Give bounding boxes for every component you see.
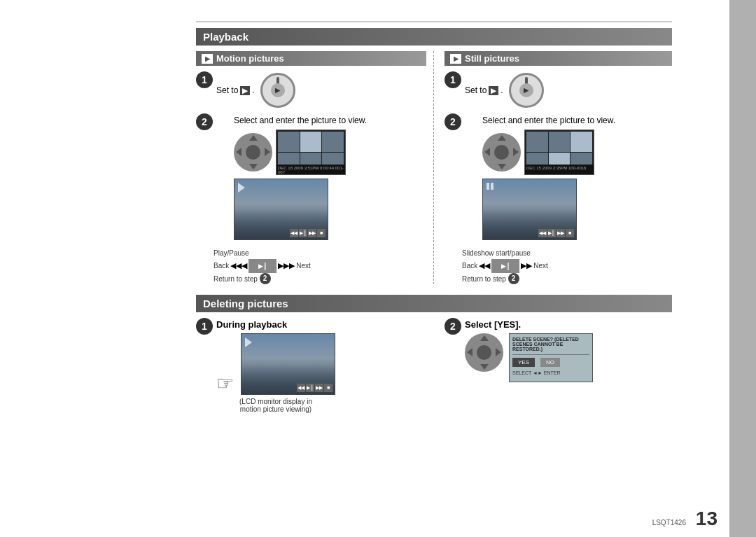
during-mini-btn-1: ◀◀ (297, 384, 305, 392)
still-play-pause-ctrl: ▶║ (501, 263, 510, 270)
delete-dpad-inner (477, 345, 491, 360)
motion-icon: ▶ (202, 54, 213, 64)
motion-thumbnail-screen: DEC 18 2009 3:51PM 0:00:44 001-007 (276, 130, 346, 175)
motion-pictures-col: ▶ Motion pictures 1 Set to ▶. ▶ (196, 51, 434, 284)
motion-step1-number: 1 (196, 71, 213, 88)
still-step1-number: 1 (444, 71, 461, 88)
dpad-inner (246, 145, 260, 160)
still-screens-row: DEC 15 2009 2:35PM 100-0016 (482, 130, 615, 175)
still-dpad-right (513, 148, 519, 156)
motion-dpad (234, 133, 272, 172)
still-return-label: Return to step 2 (462, 273, 672, 284)
delete-step1-visual: ☞ ◀◀ ▶║ ▶▶ ■ (216, 333, 335, 395)
still-mode-icon: ▶ (489, 86, 498, 95)
still-dpad-inner (494, 145, 509, 160)
delete-dialog: DELETE SCENE? (DELETEDSCENES CANNOT BE R… (509, 333, 593, 382)
hand-icon: ☞ (216, 372, 234, 395)
play-pause-label: Play/Pause (214, 249, 426, 257)
during-mini-controls: ◀◀ ▶║ ▶▶ ■ (297, 384, 332, 392)
still-step1: 1 Set to ▶. ▶ (444, 71, 672, 108)
still-next-arrow: ▶▶ (521, 261, 532, 270)
mini-btn-1: ◀◀ (290, 229, 298, 237)
delete-step2-col: 2 Select [YES]. (434, 318, 672, 419)
page-code: LSQT1426 (652, 519, 686, 526)
delete-step2-content: Select [YES]. DELETE SC (465, 318, 593, 382)
motion-step2: 2 Select and enter the picture to view. (196, 113, 426, 244)
dial-center: ▶ (271, 83, 285, 97)
pause-bar1 (486, 183, 489, 190)
deleting-section-header: Deleting pictures (196, 295, 672, 312)
page-number: 13 (696, 508, 718, 530)
still-return-step-num: 2 (508, 274, 519, 282)
playback-title: Playback (203, 31, 248, 43)
still-controls-label-row: Back ◀◀ ▶║ ▶▶ Next (462, 259, 672, 273)
playback-columns: ▶ Motion pictures 1 Set to ▶. ▶ (196, 51, 672, 284)
still-dial-symbol: ▶ (524, 87, 528, 94)
motion-step1: 1 Set to ▶. ▶ (196, 71, 426, 108)
top-divider (196, 21, 672, 22)
still-controls-section: Slideshow start/pause Back ◀◀ ▶║ ▶▶ Next… (462, 249, 672, 284)
slideshow-label: Slideshow start/pause (462, 249, 672, 257)
still-back-label: Back (462, 262, 477, 270)
delete-dpad-down (480, 364, 489, 370)
no-button[interactable]: NO (540, 358, 560, 367)
still-pictures-col: ▶ Still pictures 1 Set to ▶. ▶ (434, 51, 672, 284)
still-dial: ▶ (509, 73, 544, 108)
next-label: Next (296, 262, 311, 270)
still-step2-content: Select and enter the picture to view. (482, 113, 615, 244)
still-step1-text: Set to ▶. (465, 85, 503, 95)
main-content: Playback ▶ Motion pictures 1 Set to ▶. (189, 21, 728, 525)
still-ctrl-center-btn: ▶║ (491, 259, 519, 273)
dialog-buttons: YES NO (512, 358, 589, 367)
still-dpad-left (484, 148, 490, 156)
mini-btn-2: ▶║ (299, 229, 307, 237)
delete-dpad-right (496, 348, 501, 356)
motion-controls-section: Play/Pause Back ◀◀◀ ▶║ ▶▶▶ Next Return t… (214, 249, 426, 284)
motion-screens-row: DEC 18 2009 3:51PM 0:00:44 001-007 (234, 130, 367, 175)
still-dpad-down (498, 164, 506, 169)
screen-cell-2 (300, 132, 322, 152)
delete-dpad (465, 333, 503, 372)
motion-return-step-num: 2 (260, 274, 271, 282)
delete-step2-visual: DELETE SCENE? (DELETEDSCENES CANNOT BE R… (465, 333, 593, 382)
during-mini-btn-2: ▶║ (306, 384, 314, 392)
playback-section-header: Playback (196, 28, 672, 46)
motion-dial: ▶ (260, 73, 295, 108)
delete-step1-label: During playback (216, 319, 335, 330)
back-arrow: ◀◀◀ (230, 261, 247, 270)
still-mini-controls: ◀◀ ▶║ ▶▶ ■ (538, 229, 574, 237)
still-dpad-up (498, 135, 506, 141)
delete-dpad-up (480, 335, 489, 341)
dpad-down (249, 164, 258, 169)
delete-step1-col: 1 During playback ☞ ◀◀ (196, 318, 434, 419)
dialog-title: DELETE SCENE? (DELETEDSCENES CANNOT BE R… (512, 337, 589, 351)
still-pictures-header: ▶ Still pictures (444, 51, 672, 66)
dpad-right (265, 148, 270, 156)
delete-step2-label: Select [YES]. (465, 319, 593, 330)
motion-step2-number: 2 (196, 113, 213, 130)
pause-indicator (486, 183, 493, 190)
deleting-section: Deleting pictures 1 During playback ☞ (189, 295, 728, 419)
still-dpad (482, 133, 521, 172)
still-screen-cell-2 (549, 132, 570, 152)
motion-step2-content: Select and enter the picture to view. (234, 113, 367, 244)
still-step2-number: 2 (444, 113, 461, 130)
still-screen-cell-1 (526, 132, 548, 152)
motion-pictures-label: Motion pictures (216, 53, 284, 64)
still-thumbnail-screen: DEC 15 2009 2:35PM 100-0016 (524, 130, 594, 175)
deleting-columns: 1 During playback ☞ ◀◀ (196, 318, 672, 419)
still-mini-btn-4: ■ (566, 229, 574, 237)
side-bar (729, 0, 756, 537)
delete-dpad-left (467, 348, 472, 356)
pause-bar2 (491, 183, 493, 190)
mini-controls: ◀◀ ▶║ ▶▶ ■ (290, 229, 326, 237)
still-screen-info-bar: DEC 15 2009 2:35PM 100-0016 (525, 165, 594, 174)
motion-pictures-header: ▶ Motion pictures (196, 51, 426, 66)
mini-btn-3: ▶▶ (308, 229, 316, 237)
motion-return-label: Return to step 2 (214, 273, 426, 284)
yes-button[interactable]: YES (512, 358, 535, 367)
play-pause-ctrl: ▶║ (258, 263, 267, 270)
during-playback-screen: ◀◀ ▶║ ▶▶ ■ (241, 333, 335, 395)
still-icon: ▶ (450, 54, 461, 64)
still-back-arrow: ◀◀ (479, 261, 490, 270)
